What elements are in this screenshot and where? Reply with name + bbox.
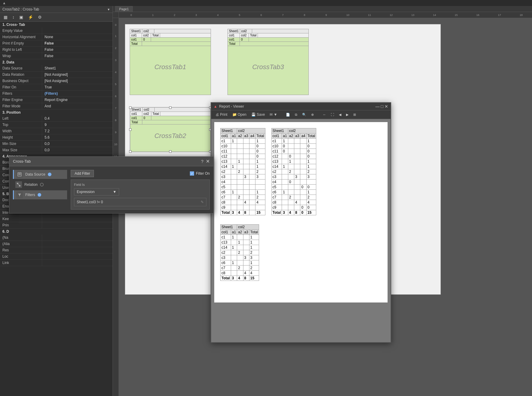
filters-label: Filters <box>25 193 35 197</box>
viewer-maximize-btn[interactable]: □ <box>381 104 383 109</box>
lightning-btn[interactable]: ⚡ <box>27 14 34 20</box>
field-is-label: Field Is <box>74 183 206 186</box>
settings-btn[interactable]: ⚙ <box>37 14 43 20</box>
prop-link: Link <box>0 260 113 266</box>
prev-page-btn[interactable]: ◀ <box>337 112 343 118</box>
prop-prin: Prin <box>0 222 113 229</box>
filter-editor: Field Is Expression ▼ Sheet1.col3 != 0 ✎ <box>71 180 210 210</box>
viewer-close-btn[interactable]: ✕ <box>385 104 388 109</box>
prop-max-size: Max Size 0,0 <box>0 147 113 153</box>
relation-tab-icon <box>15 181 22 188</box>
grid-view-btn[interactable]: ▦ <box>2 14 9 20</box>
crosstab1-label: CrossTab1 <box>130 46 211 88</box>
panel-dropdown-arrow[interactable]: ▼ <box>107 8 110 11</box>
viewer-page: Sheet1 col2 col1a1a2a3a4Total c111 c100 … <box>214 122 388 302</box>
ruler-row: 0 1 2 3 4 5 6 7 8 9 10 11 12 13 14 15 16 <box>113 12 532 18</box>
expression-select[interactable]: Expression ▼ <box>74 188 119 195</box>
prop-right-to-left: Right to Left False <box>0 47 113 53</box>
page-tab-1[interactable]: Page1 <box>115 6 133 12</box>
next-page-btn[interactable]: ▶ <box>344 112 350 118</box>
fit-width-btn[interactable]: ↔ <box>321 112 328 117</box>
dialog-tab-data-source[interactable]: Data Source <box>13 170 67 179</box>
sort-btn[interactable]: ↕ <box>11 14 16 20</box>
crosstab2-label: CrossTab2 <box>130 124 210 147</box>
dialog-title-bar: Cross-Tab ? ✕ <box>9 157 213 166</box>
zoom-out-btn[interactable]: 🔍 <box>300 112 308 118</box>
prop-empty-value: Empty Value <box>0 28 113 34</box>
crosstab2-widget[interactable]: Sheet1 col2 col1 col2 Total col1 0 <box>130 107 211 152</box>
section-cross-tab-label: 1. Cross- Tab <box>2 23 25 27</box>
expression-input[interactable]: Sheet1.col3 != 0 ✎ <box>74 198 206 206</box>
dialog-right-content: Add Filter ✓ Filter On Field Is Expressi… <box>71 170 210 210</box>
data-table-1: Sheet1 col2 col1a1a2a3a4Total c111 c100 … <box>220 128 265 215</box>
add-filter-btn[interactable]: Add Filter <box>71 170 94 177</box>
panel-title: CrossTab2 : Cross-Tab <box>2 7 39 11</box>
prop-top: Top 9 <box>0 122 113 128</box>
fit-page-btn[interactable]: ⛶ <box>329 112 336 117</box>
prop-wrap: Wrap False <box>0 53 113 59</box>
data-table-3: Sheet1 col2 col1a1a2a3Total c111 c1311 c… <box>220 224 259 281</box>
zoom-in-btn[interactable]: ⊕ <box>309 112 316 118</box>
dialog-tab-relation[interactable]: Relation <box>13 180 67 189</box>
prop-alia: (Alia <box>0 241 113 247</box>
section-data[interactable]: 2. Data <box>0 59 113 65</box>
dialog-left-tabs: Data Source Relation Filters <box>13 170 67 210</box>
email-btn[interactable]: ✉ ▼ <box>268 112 279 118</box>
crosstab-dialog: Cross-Tab ? ✕ Data Source <box>9 156 214 213</box>
prop-width: Width 7.2 <box>0 128 113 134</box>
relation-label: Relation <box>24 183 38 187</box>
crosstab3-widget[interactable]: Sheet1 col2 col1 col2 Total col1 0 <box>227 29 309 95</box>
viewer-minimize-btn[interactable]: — <box>376 104 380 109</box>
viewer-title-bar: ▲ Report - Viewer — □ ✕ <box>211 103 391 110</box>
viewer-content[interactable]: Sheet1 col2 col1a1a2a3a4Total c111 c100 … <box>211 119 391 342</box>
prop-h-align: Horizontal Alignment None <box>0 34 113 40</box>
panel-header[interactable]: CrossTab2 : Cross-Tab ▼ <box>0 6 113 13</box>
dialog-close-btn[interactable]: ✕ <box>206 158 210 164</box>
edit-icon[interactable]: ✎ <box>201 200 204 204</box>
dialog-title: Cross-Tab <box>13 159 31 164</box>
prop-filter-on: Filter On True <box>0 84 113 91</box>
viewer-tables-row-2: Sheet1 col2 col1a1a2a3Total c111 c1311 c… <box>220 224 382 281</box>
data-source-radio[interactable] <box>48 173 51 176</box>
prop-data-relation: Data Relation [Not Assigned] <box>0 72 113 78</box>
viewer-logo-icon: ▲ <box>214 104 217 109</box>
filter-on-label: Filter On <box>196 171 210 176</box>
copy-btn[interactable]: ⧉ <box>293 112 299 118</box>
page-tabs: Page1 <box>113 6 532 12</box>
crosstab3-label: CrossTab3 <box>228 46 308 88</box>
filters-radio[interactable] <box>38 193 41 197</box>
section-6[interactable]: 6. D <box>0 229 113 235</box>
layout-btn[interactable]: ⊞ <box>351 112 358 118</box>
data-source-tab-icon <box>16 171 23 178</box>
report-viewer: ▲ Report - Viewer — □ ✕ 🖨 Print 📁 Open 💾… <box>211 102 391 343</box>
save-btn[interactable]: 💾 Save <box>249 112 267 118</box>
data-source-label: Data Source <box>25 172 45 177</box>
prop-na: (Na <box>0 235 113 241</box>
section-cross-tab[interactable]: 1. Cross- Tab <box>0 22 113 28</box>
dialog-tab-filters[interactable]: Filters <box>13 190 67 199</box>
svg-rect-1 <box>18 173 21 174</box>
folder-icon: 📁 <box>232 112 237 117</box>
filter-on-checkbox[interactable]: ✓ <box>190 171 194 176</box>
relation-radio[interactable] <box>40 183 44 186</box>
dialog-main: Data Source Relation Filters <box>13 170 210 210</box>
dialog-help-btn[interactable]: ? <box>201 159 203 164</box>
top-bar: ▲ <box>0 0 532 6</box>
prop-min-size: Min Size 0,0 <box>0 141 113 147</box>
prop-business-object: Business Object [Not Assigned] <box>0 78 113 84</box>
filter-on-area: ✓ Filter On <box>190 171 210 176</box>
filters-tab-icon <box>16 192 23 198</box>
properties-toolbar: ▦ ↕ ▣ ⚡ ⚙ <box>0 13 113 22</box>
viewer-toolbar: 🖨 Print 📁 Open 💾 Save ✉ ▼ 📄 ⧉ 🔍 ⊕ ↔ ⛶ ◀ … <box>211 110 391 119</box>
open-btn[interactable]: 📁 Open <box>230 112 248 118</box>
print-btn[interactable]: 🖨 Print <box>214 112 229 118</box>
prop-data-source: Data Source Sheet1 <box>0 65 113 72</box>
crosstab1-widget[interactable]: Sheet1 col2 col1 col2 Total col1 0 <box>130 29 211 95</box>
preview-btn[interactable]: ▣ <box>18 14 24 20</box>
prop-filter-engine: Filter Engine Report Engine <box>0 97 113 103</box>
svg-rect-3 <box>17 183 18 184</box>
prop-print-if-empty: Print if Empty False <box>0 40 113 47</box>
page-icon-btn[interactable]: 📄 <box>284 112 292 118</box>
printer-icon: 🖨 <box>215 112 219 117</box>
section-position[interactable]: 3. Position <box>0 109 113 115</box>
